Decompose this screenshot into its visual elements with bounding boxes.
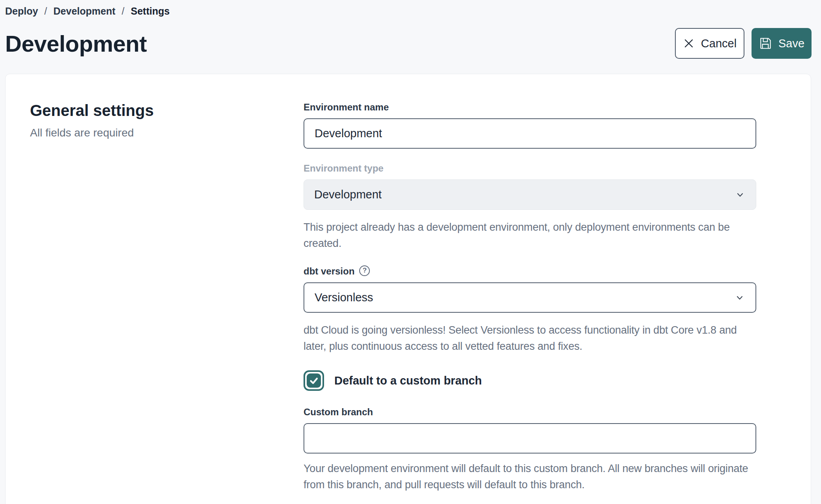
checkmark-icon xyxy=(307,373,321,388)
custom-branch-input[interactable] xyxy=(304,423,756,454)
section-info: General settings All fields are required xyxy=(29,102,304,504)
save-button-label: Save xyxy=(778,37,804,50)
environment-name-label: Environment name xyxy=(304,102,756,113)
environment-name-input[interactable] xyxy=(304,118,756,149)
environment-settings-page: Deploy / Development / Settings Developm… xyxy=(0,0,821,504)
section-heading: General settings xyxy=(30,102,304,119)
environment-type-help-text: This project already has a development e… xyxy=(304,219,756,252)
breadcrumb: Deploy / Development / Settings xyxy=(5,4,812,17)
general-settings-card: General settings All fields are required… xyxy=(5,74,811,504)
dbt-version-label: dbt version ? xyxy=(304,266,756,277)
environment-type-value: Development xyxy=(314,188,382,201)
custom-branch-help-text: Your development environment will defaul… xyxy=(304,461,756,493)
settings-form: Environment name Environment type Develo… xyxy=(304,102,756,504)
cancel-button-label: Cancel xyxy=(701,37,737,50)
custom-branch-toggle-row: Default to a custom branch xyxy=(304,370,756,391)
header-actions: Cancel Save xyxy=(675,28,812,59)
close-icon xyxy=(683,37,695,49)
environment-type-select: Development xyxy=(304,179,756,210)
dbt-version-help-text: dbt Cloud is going versionless! Select V… xyxy=(304,322,756,355)
breadcrumb-separator: / xyxy=(122,6,124,17)
custom-branch-label: Custom branch xyxy=(304,407,756,418)
dbt-version-value: Versionless xyxy=(315,291,373,304)
save-icon xyxy=(759,37,772,50)
cancel-button[interactable]: Cancel xyxy=(675,28,744,59)
custom-branch-checkbox[interactable] xyxy=(304,370,324,391)
dbt-version-label-text: dbt version xyxy=(304,266,354,277)
page-title: Development xyxy=(5,30,147,57)
chevron-down-icon xyxy=(734,292,745,303)
save-button[interactable]: Save xyxy=(752,28,812,59)
custom-branch-toggle-label[interactable]: Default to a custom branch xyxy=(334,374,482,387)
chevron-down-icon xyxy=(735,189,746,200)
section-subheading: All fields are required xyxy=(30,127,304,139)
environment-type-label: Environment type xyxy=(304,163,756,174)
help-icon[interactable]: ? xyxy=(359,265,370,276)
breadcrumb-development[interactable]: Development xyxy=(53,6,115,17)
page-header: Development Cancel Save xyxy=(5,28,812,59)
breadcrumb-deploy[interactable]: Deploy xyxy=(5,6,38,17)
breadcrumb-settings: Settings xyxy=(131,6,170,17)
dbt-version-select[interactable]: Versionless xyxy=(304,282,756,313)
breadcrumb-separator: / xyxy=(44,6,47,17)
